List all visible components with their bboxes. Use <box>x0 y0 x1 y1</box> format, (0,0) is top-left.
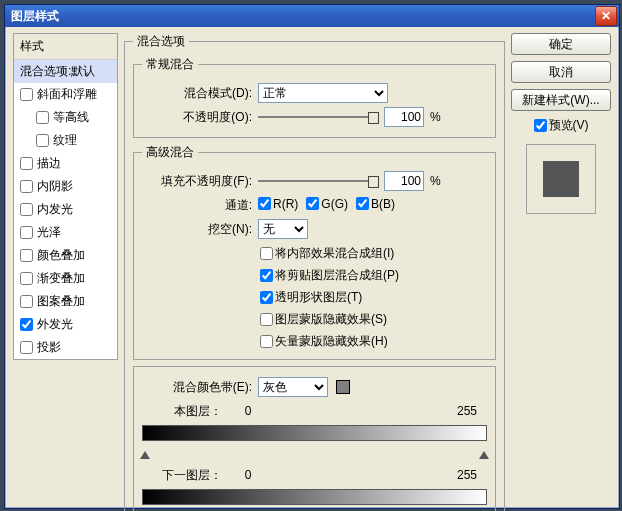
style-item[interactable]: 内阴影 <box>14 175 117 198</box>
style-item[interactable]: 内发光 <box>14 198 117 221</box>
style-item[interactable]: 纹理 <box>14 129 117 152</box>
this-layer-gradient[interactable] <box>142 425 487 441</box>
channel-checkbox[interactable] <box>258 197 271 210</box>
style-item[interactable]: 外发光 <box>14 313 117 336</box>
style-checkbox[interactable] <box>20 180 33 193</box>
preview-thumbnail <box>543 161 579 197</box>
style-checkbox[interactable] <box>20 341 33 354</box>
blend-if-group: 混合颜色带(E): 灰色 本图层： 0 255 <box>133 366 496 511</box>
actions-column: 确定 取消 新建样式(W)... 预览(V) <box>511 33 611 502</box>
blend-if-select[interactable]: 灰色 <box>258 377 328 397</box>
new-style-button[interactable]: 新建样式(W)... <box>511 89 611 111</box>
style-item[interactable]: 图案叠加 <box>14 290 117 313</box>
styles-legend: 样式 <box>14 34 117 60</box>
channel-checkbox-row[interactable]: G(G) <box>306 197 348 211</box>
ok-button[interactable]: 确定 <box>511 33 611 55</box>
blend-mode-label: 混合模式(D): <box>142 85 252 102</box>
channel-checkbox[interactable] <box>306 197 319 210</box>
channel-checkbox-row[interactable]: B(B) <box>356 197 395 211</box>
style-item[interactable]: 光泽 <box>14 221 117 244</box>
style-checkbox[interactable] <box>36 134 49 147</box>
channels-label: 通道: <box>142 197 252 214</box>
blending-options-group: 混合选项 常规混合 混合模式(D): 正常 不透明度(O): % <box>124 33 505 511</box>
blending-options-legend: 混合选项 <box>133 33 189 50</box>
general-blending-group: 常规混合 混合模式(D): 正常 不透明度(O): % <box>133 56 496 138</box>
layer-style-dialog: 图层样式 ✕ 样式 混合选项:默认 斜面和浮雕等高线纹理描边内阴影内发光光泽颜色… <box>4 4 620 509</box>
style-item[interactable]: 渐变叠加 <box>14 267 117 290</box>
style-checkbox[interactable] <box>36 111 49 124</box>
underlying-layer-gradient[interactable] <box>142 489 487 505</box>
style-checkbox[interactable] <box>20 295 33 308</box>
style-item[interactable]: 斜面和浮雕 <box>14 83 117 106</box>
opacity-label: 不透明度(O): <box>142 109 252 126</box>
styles-default-row[interactable]: 混合选项:默认 <box>14 60 117 83</box>
this-layer-label: 本图层： <box>142 403 222 420</box>
close-icon: ✕ <box>601 9 611 23</box>
fill-opacity-label: 填充不透明度(F): <box>142 173 252 190</box>
style-item[interactable]: 描边 <box>14 152 117 175</box>
style-checkbox[interactable] <box>20 88 33 101</box>
advanced-blending-group: 高级混合 填充不透明度(F): % 通道: R(R)G(G)B(B) 挖空(N)… <box>133 144 496 360</box>
style-checkbox[interactable] <box>20 203 33 216</box>
fill-opacity-input[interactable] <box>384 171 424 191</box>
advanced-option-row[interactable]: 矢量蒙版隐藏效果(H) <box>260 333 388 350</box>
slider-handle-icon[interactable] <box>479 451 489 459</box>
styles-column: 样式 混合选项:默认 斜面和浮雕等高线纹理描边内阴影内发光光泽颜色叠加渐变叠加图… <box>13 33 118 502</box>
channel-checkbox[interactable] <box>356 197 369 210</box>
fill-opacity-slider[interactable] <box>258 174 378 188</box>
cancel-button[interactable]: 取消 <box>511 61 611 83</box>
advanced-option-row[interactable]: 将内部效果混合成组(I) <box>260 245 394 262</box>
advanced-option-row[interactable]: 将剪贴图层混合成组(P) <box>260 267 399 284</box>
advanced-option-checkbox[interactable] <box>260 269 273 282</box>
style-checkbox[interactable] <box>20 157 33 170</box>
style-checkbox[interactable] <box>20 226 33 239</box>
window-title: 图层样式 <box>11 8 59 25</box>
advanced-option-checkbox[interactable] <box>260 247 273 260</box>
advanced-option-checkbox[interactable] <box>260 291 273 304</box>
blend-mode-select[interactable]: 正常 <box>258 83 388 103</box>
style-checkbox[interactable] <box>20 249 33 262</box>
close-button[interactable]: ✕ <box>595 6 617 26</box>
channel-checkbox-row[interactable]: R(R) <box>258 197 298 211</box>
opacity-slider[interactable] <box>258 110 378 124</box>
advanced-option-checkbox[interactable] <box>260 313 273 326</box>
style-item[interactable]: 投影 <box>14 336 117 359</box>
underlying-layer-label: 下一图层： <box>142 467 222 484</box>
style-checkbox[interactable] <box>20 318 33 331</box>
style-checkbox[interactable] <box>20 272 33 285</box>
preview-checkbox[interactable] <box>534 119 547 132</box>
blend-if-label: 混合颜色带(E): <box>142 379 252 396</box>
options-column: 混合选项 常规混合 混合模式(D): 正常 不透明度(O): % <box>124 33 505 502</box>
knockout-select[interactable]: 无 <box>258 219 308 239</box>
advanced-option-row[interactable]: 透明形状图层(T) <box>260 289 362 306</box>
style-item[interactable]: 颜色叠加 <box>14 244 117 267</box>
slider-handle-icon[interactable] <box>140 451 150 459</box>
titlebar: 图层样式 ✕ <box>5 5 619 27</box>
advanced-option-row[interactable]: 图层蒙版隐藏效果(S) <box>260 311 387 328</box>
opacity-input[interactable] <box>384 107 424 127</box>
preview-checkbox-row[interactable]: 预览(V) <box>511 117 611 134</box>
advanced-option-checkbox[interactable] <box>260 335 273 348</box>
knockout-label: 挖空(N): <box>142 221 252 238</box>
styles-list: 样式 混合选项:默认 斜面和浮雕等高线纹理描边内阴影内发光光泽颜色叠加渐变叠加图… <box>13 33 118 360</box>
color-swatch[interactable] <box>336 380 350 394</box>
preview-box <box>526 144 596 214</box>
style-item[interactable]: 等高线 <box>14 106 117 129</box>
